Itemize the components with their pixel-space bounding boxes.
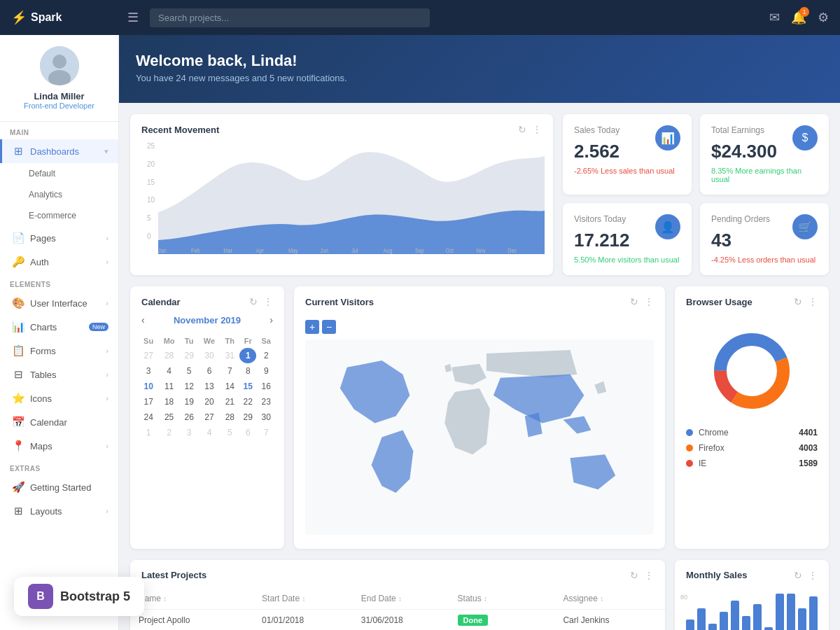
cal-day[interactable]: 16 [256, 379, 276, 394]
cal-day[interactable]: 4 [158, 363, 180, 379]
sidebar-item-pages[interactable]: 📄 Pages › [0, 226, 118, 250]
chart-actions: ↻ ⋮ [518, 124, 542, 135]
cal-day[interactable]: 4 [198, 425, 220, 440]
cal-day[interactable]: 3 [180, 425, 198, 440]
sidebar-item-calendar[interactable]: 📅 Calendar [0, 410, 118, 434]
cal-day[interactable]: 29 [239, 410, 256, 425]
cal-day[interactable]: 31 [220, 348, 240, 363]
sidebar-item-dashboards[interactable]: ⊞ Dashboards ▾ [0, 139, 118, 163]
sidebar-item-ecommerce[interactable]: E-commerce [0, 205, 118, 226]
sidebar-item-charts[interactable]: 📊 Charts New [0, 315, 118, 339]
sidebar-item-analytics[interactable]: Analytics [0, 184, 118, 205]
cal-day[interactable]: 18 [158, 394, 180, 410]
sidebar-item-icons[interactable]: ⭐ Icons › [0, 386, 118, 410]
sidebar-item-tables[interactable]: ⊟ Tables › [0, 363, 118, 386]
calendar-title: Calendar [141, 297, 249, 307]
cal-day[interactable]: 11 [158, 379, 180, 394]
chrome-count: 4401 [799, 428, 818, 438]
bar-col: F [697, 594, 706, 630]
cal-prev-button[interactable]: ‹ [141, 314, 145, 326]
sales-refresh-icon[interactable]: ↻ [794, 570, 802, 581]
bar-col: S [776, 594, 784, 630]
bar [742, 616, 750, 630]
cal-day[interactable]: 6 [239, 425, 256, 440]
cal-next-button[interactable]: › [270, 314, 273, 326]
sidebar-item-getting-started[interactable]: 🚀 Getting Started [0, 475, 118, 499]
sales-more-icon[interactable]: ⋮ [808, 570, 818, 581]
cal-day[interactable]: 23 [256, 394, 276, 410]
cal-header-su: Su [139, 334, 158, 348]
sidebar-item-default[interactable]: Default [0, 163, 118, 184]
cal-day[interactable]: 8 [239, 363, 256, 379]
cal-day[interactable]: 26 [180, 410, 198, 425]
map-zoom-in[interactable]: + [305, 320, 319, 334]
cal-day[interactable]: 29 [180, 348, 198, 363]
cal-day[interactable]: 17 [139, 394, 158, 410]
cal-day[interactable]: 21 [220, 394, 240, 410]
cal-day[interactable]: 6 [198, 363, 220, 379]
cal-day[interactable]: 22 [239, 394, 256, 410]
projects-refresh-icon[interactable]: ↻ [630, 570, 638, 581]
calendar-refresh-icon[interactable]: ↻ [249, 296, 258, 307]
svg-text:Oct: Oct [446, 247, 454, 254]
cal-day[interactable]: 1 [239, 348, 256, 363]
cal-day[interactable]: 15 [239, 379, 256, 394]
sidebar-calendar-label: Calendar [30, 417, 108, 428]
chevron-right-icon-icons: › [106, 394, 108, 402]
mail-icon[interactable]: ✉ [769, 10, 780, 25]
icons-icon: ⭐ [12, 392, 24, 405]
sales-trend: -2.65% Less sales than usual [574, 167, 680, 175]
cal-day[interactable]: 30 [256, 410, 276, 425]
cal-day[interactable]: 27 [139, 348, 158, 363]
cal-day[interactable]: 2 [256, 348, 276, 363]
cal-day[interactable]: 20 [198, 394, 220, 410]
refresh-icon[interactable]: ↻ [518, 124, 526, 135]
cal-day[interactable]: 2 [158, 425, 180, 440]
cal-day[interactable]: 19 [180, 394, 198, 410]
cal-day[interactable]: 28 [220, 410, 240, 425]
cal-day[interactable]: 10 [139, 379, 158, 394]
map-more-icon[interactable]: ⋮ [644, 296, 654, 307]
map-zoom-out[interactable]: − [322, 320, 336, 334]
browser-ie: IE 1589 [686, 458, 818, 468]
browser-chrome: Chrome 4401 [686, 428, 818, 438]
map-refresh-icon[interactable]: ↻ [630, 296, 638, 307]
cal-day[interactable]: 30 [198, 348, 220, 363]
cal-day[interactable]: 7 [220, 363, 240, 379]
cal-day[interactable]: 7 [256, 425, 276, 440]
chevron-right-icon-tables: › [106, 370, 108, 379]
cal-day[interactable]: 25 [158, 410, 180, 425]
sidebar-item-auth[interactable]: 🔑 Auth › [0, 250, 118, 274]
sidebar-item-ui[interactable]: 🎨 User Interface › [0, 291, 118, 315]
cal-day[interactable]: 14 [220, 379, 240, 394]
bar-col: N [798, 594, 806, 630]
orders-trend: -4.25% Less orders than usual [711, 255, 818, 264]
ie-dot [686, 460, 693, 467]
projects-more-icon[interactable]: ⋮ [644, 570, 654, 581]
cal-day[interactable]: 12 [180, 379, 198, 394]
menu-toggle[interactable]: ☰ [127, 10, 139, 25]
cal-day[interactable]: 5 [220, 425, 240, 440]
cal-day[interactable]: 28 [158, 348, 180, 363]
calendar-more-icon[interactable]: ⋮ [263, 296, 273, 307]
cal-day[interactable]: 5 [180, 363, 198, 379]
sidebar-item-forms[interactable]: 📋 Forms › [0, 339, 118, 363]
sidebar-item-layouts[interactable]: ⊞ Layouts › [0, 499, 118, 523]
cal-day[interactable]: 24 [139, 410, 158, 425]
sidebar-layouts-label: Layouts [30, 506, 100, 517]
settings-icon[interactable]: ⚙ [818, 10, 829, 25]
cal-day[interactable]: 13 [198, 379, 220, 394]
cal-day[interactable]: 27 [198, 410, 220, 425]
welcome-subtitle: You have 24 new messages and 5 new notif… [136, 73, 823, 83]
sidebar-item-maps[interactable]: 📍 Maps › [0, 434, 118, 458]
browser-refresh-icon[interactable]: ↻ [794, 296, 802, 307]
sidebar-ecommerce-label: E-commerce [29, 211, 76, 220]
browser-more-icon[interactable]: ⋮ [808, 296, 818, 307]
cal-day[interactable]: 3 [139, 363, 158, 379]
notifications-icon[interactable]: 🔔 1 [791, 10, 806, 25]
table-row[interactable]: Project Apollo 01/01/2018 31/06/2018 Don… [130, 609, 665, 630]
cal-day[interactable]: 9 [256, 363, 276, 379]
search-input[interactable] [150, 8, 430, 27]
more-icon[interactable]: ⋮ [532, 124, 542, 135]
cal-day[interactable]: 1 [139, 425, 158, 440]
